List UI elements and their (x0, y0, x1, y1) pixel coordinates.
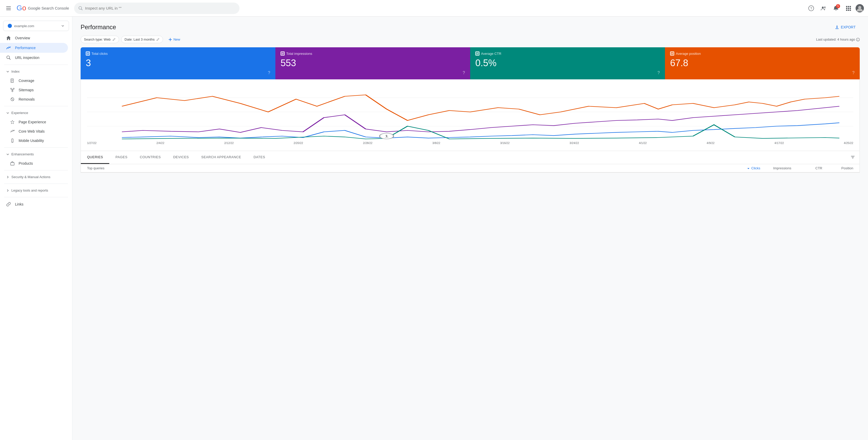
last-updated-text: Last updated: 4 hours ago (816, 37, 855, 41)
sidebar-item-sitemaps[interactable]: Sitemaps (0, 85, 68, 95)
app-name: Google Search Console (28, 6, 69, 10)
apps-grid-icon (845, 5, 851, 11)
metric-footer-impressions: ? (281, 70, 465, 75)
apps-button[interactable] (843, 3, 854, 13)
main-content: Performance EXPORT Search type: Web Date… (72, 17, 868, 440)
metric-card-average-position[interactable]: Average position 67.8 ? (665, 47, 860, 79)
search-type-filter[interactable]: Search type: Web (81, 36, 119, 43)
svg-rect-10 (846, 6, 847, 7)
col-impressions[interactable]: Impressions (760, 166, 791, 170)
svg-line-36 (11, 98, 13, 100)
metric-label-ctr: Average CTR (481, 52, 501, 56)
sidebar-item-overview[interactable]: Overview (0, 33, 68, 43)
x-label-8: 4/1/22 (639, 141, 647, 145)
tab-devices[interactable]: DEVICES (167, 151, 195, 164)
metric-help-ctr[interactable]: ? (657, 70, 660, 75)
svg-rect-13 (846, 8, 847, 9)
notifications-button[interactable]: 5 (831, 3, 841, 13)
col-clicks[interactable]: Clicks (729, 166, 760, 170)
svg-point-40 (12, 142, 13, 142)
filters-row: Search type: Web Date: Last 3 months New (81, 36, 860, 43)
sidebar-section-security[interactable]: Security & Manual Actions (0, 172, 72, 181)
svg-rect-41 (10, 163, 14, 165)
sidebar-item-mobile-usability[interactable]: Mobile Usability (0, 136, 68, 145)
divider-2 (4, 106, 68, 106)
add-filter-button[interactable]: New (165, 36, 183, 43)
data-tabs-container: QUERIES PAGES COUNTRIES DEVICES SEARCH A… (81, 151, 860, 173)
filter-icon (850, 155, 855, 160)
sidebar-label-removals: Removals (19, 97, 35, 101)
url-search-bar[interactable] (74, 3, 240, 14)
tab-queries[interactable]: QUERIES (81, 151, 109, 164)
svg-rect-29 (12, 89, 13, 90)
svg-rect-18 (850, 9, 851, 11)
table-header-row: Top queries Clicks Impressions CTR Posit… (81, 164, 860, 172)
tab-search-appearance-label: SEARCH APPEARANCE (201, 155, 241, 159)
sidebar-section-enhancements[interactable]: Enhancements (0, 150, 72, 159)
edit-date-icon (156, 38, 160, 41)
svg-rect-30 (13, 88, 14, 89)
col-ctr[interactable]: CTR (791, 166, 822, 170)
x-label-1: 2/4/22 (157, 141, 164, 145)
removals-icon (10, 97, 14, 101)
sidebar-item-links[interactable]: Links (0, 199, 68, 209)
table-filter-button[interactable] (850, 155, 855, 160)
sidebar-item-core-web-vitals[interactable]: Core Web Vitals (0, 127, 68, 136)
svg-point-22 (7, 56, 9, 59)
tab-dates[interactable]: DATES (247, 151, 271, 164)
metric-help-clicks[interactable]: ? (268, 70, 270, 75)
sidebar-section-experience[interactable]: Experience (0, 108, 72, 117)
tab-countries[interactable]: COUNTRIES (133, 151, 167, 164)
metric-help-impressions[interactable]: ? (463, 70, 465, 75)
metric-checkbox-clicks (86, 52, 90, 56)
metric-help-position[interactable]: ? (852, 70, 855, 75)
property-selector[interactable]: example.com (3, 21, 69, 31)
help-button[interactable]: ? (806, 3, 816, 13)
tab-pages[interactable]: PAGES (109, 151, 133, 164)
metric-card-average-ctr[interactable]: Average CTR 0.5% ? (470, 47, 665, 79)
metric-card-total-clicks[interactable]: Total clicks 3 ? (81, 47, 275, 79)
chevron-right-icon (6, 176, 9, 179)
links-icon (6, 202, 11, 207)
checkmark-icon-2 (281, 52, 284, 55)
sidebar-label-core-web-vitals: Core Web Vitals (19, 129, 45, 134)
app-logo: Google Google Search Console (16, 3, 69, 13)
manage-users-button[interactable] (818, 3, 829, 13)
sidebar-item-products[interactable]: Products (0, 159, 68, 168)
date-label: Date: Last 3 months (125, 37, 154, 41)
export-button[interactable]: EXPORT (831, 23, 860, 32)
download-icon (835, 25, 839, 29)
metric-checkbox-ctr (475, 52, 479, 56)
sidebar-label-overview: Overview (15, 36, 30, 40)
sidebar-item-url-inspection[interactable]: URL inspection (0, 53, 68, 63)
svg-rect-17 (848, 9, 849, 11)
col-position[interactable]: Position (822, 166, 853, 170)
edit-icon (112, 38, 116, 41)
search-input[interactable] (85, 6, 235, 10)
avatar-icon (856, 4, 864, 12)
svg-point-9 (824, 6, 826, 8)
page-title: Performance (81, 24, 116, 31)
date-filter[interactable]: Date: Last 3 months (121, 36, 163, 43)
menu-icon[interactable] (4, 4, 13, 13)
plus-icon (168, 37, 172, 41)
sidebar-label-performance: Performance (15, 46, 36, 50)
topbar: Google Google Search Console ? (0, 0, 868, 17)
metric-card-total-impressions[interactable]: Total impressions 553 ? (275, 47, 470, 79)
sidebar-item-removals[interactable]: Removals (0, 95, 68, 104)
sidebar-section-legacy[interactable]: Legacy tools and reports (0, 186, 72, 195)
sidebar-item-performance[interactable]: Performance (0, 43, 68, 53)
last-updated: Last updated: 4 hours ago i (816, 37, 860, 41)
sidebar-section-legacy-label: Legacy tools and reports (11, 188, 48, 192)
sidebar-item-page-experience[interactable]: Page Experience (0, 117, 68, 127)
user-avatar[interactable] (856, 4, 864, 12)
sidebar-section-index[interactable]: Index (0, 67, 72, 76)
svg-rect-31 (12, 91, 13, 92)
svg-text:1: 1 (384, 135, 389, 138)
checkmark-icon (87, 52, 89, 55)
tab-search-appearance[interactable]: SEARCH APPEARANCE (195, 151, 247, 164)
sidebar-item-coverage[interactable]: Coverage (0, 76, 68, 85)
svg-rect-12 (850, 6, 851, 7)
table-filter-area (846, 151, 860, 164)
notification-count: 5 (836, 4, 840, 8)
